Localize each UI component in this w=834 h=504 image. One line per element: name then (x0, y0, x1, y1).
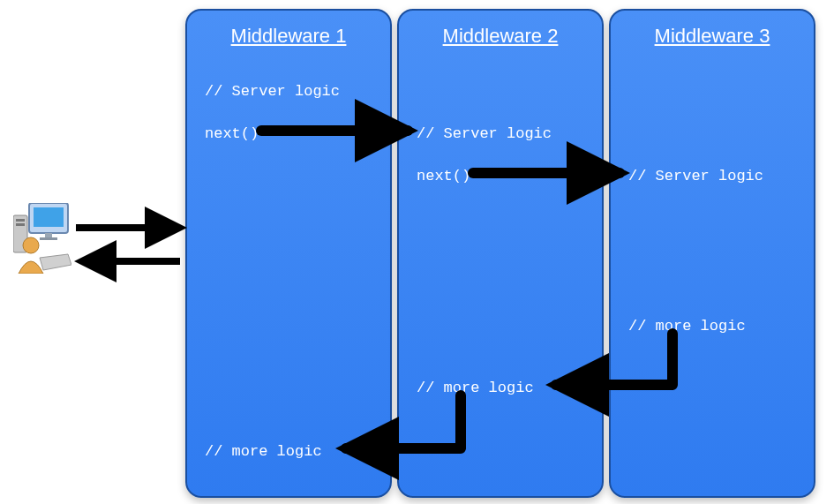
middleware-title-1: Middleware 1 (187, 25, 390, 48)
middleware-title-2: Middleware 2 (399, 25, 602, 48)
server-logic-2: // Server logic (417, 125, 552, 142)
svg-rect-6 (40, 237, 57, 240)
svg-point-7 (23, 237, 39, 253)
svg-rect-4 (34, 207, 64, 227)
svg-rect-1 (16, 219, 25, 222)
more-logic-3: // more logic (628, 318, 746, 335)
middleware-box-3: Middleware 3 // Server logic // more log… (609, 9, 815, 498)
next-call-2: next() (417, 168, 470, 184)
next-call-1: next() (205, 125, 259, 142)
middleware-title-3: Middleware 3 (611, 25, 814, 48)
user-computer-icon (13, 203, 71, 274)
middleware-box-2: Middleware 2 // Server logic next() // m… (397, 9, 604, 498)
svg-rect-5 (45, 233, 52, 237)
more-logic-1: // more logic (205, 443, 322, 460)
more-logic-2: // more logic (417, 380, 534, 396)
middleware-box-1: Middleware 1 // Server logic next() // m… (185, 9, 392, 498)
svg-rect-2 (16, 223, 25, 226)
server-logic-3: // Server logic (628, 168, 763, 184)
diagram-stage: Middleware 1 // Server logic next() // m… (0, 0, 834, 504)
server-logic-1: // Server logic (205, 83, 340, 100)
